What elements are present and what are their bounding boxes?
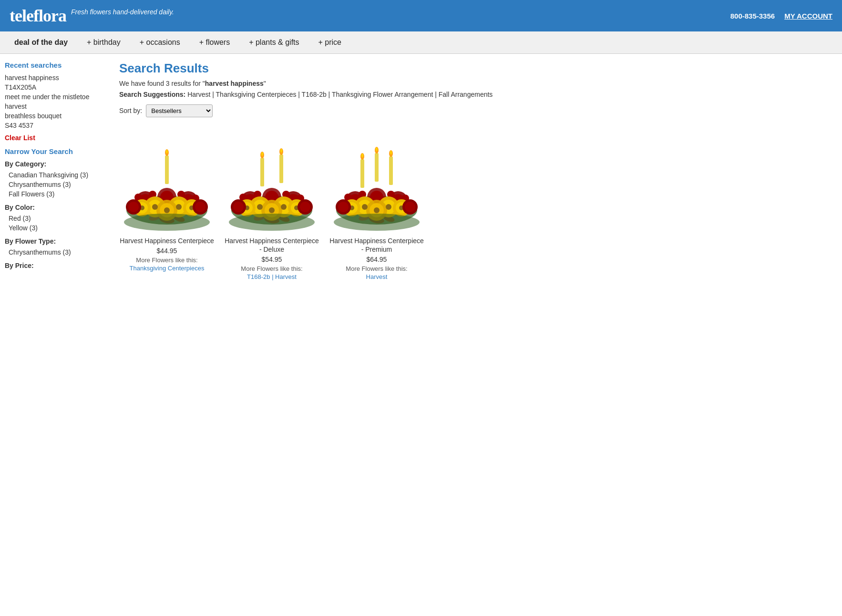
results-query: harvest happiness <box>205 80 264 87</box>
svg-point-48 <box>280 149 282 153</box>
logo-text: teleflora <box>10 6 66 25</box>
results-summary-post: " <box>264 80 266 87</box>
svg-point-45 <box>261 152 263 156</box>
product-more-links[interactable]: More Flowers like this:T168-2b | Harvest <box>224 265 319 281</box>
recent-search-item[interactable]: meet me under the mistletoe <box>5 92 110 102</box>
svg-point-93 <box>376 147 378 151</box>
content-area: Search Results We have found 3 results f… <box>119 61 837 281</box>
svg-point-131 <box>338 202 349 212</box>
recent-items-list: harvest happinessT14X205Ameet me under t… <box>5 73 110 130</box>
svg-point-40 <box>195 202 205 212</box>
nav-item-plants--gifts[interactable]: + plants & gifts <box>239 31 308 53</box>
svg-point-38 <box>128 202 139 212</box>
color-filter-item[interactable]: Yellow (3) <box>5 223 110 233</box>
category-filters: Canadian Thanksgiving (3)Chrysanthemums … <box>5 170 110 199</box>
product-price: $54.95 <box>224 256 319 263</box>
svg-point-127 <box>374 207 380 213</box>
search-suggestions: Search Suggestions: Harvest | Thanksgivi… <box>119 90 837 100</box>
recent-search-item[interactable]: breathless bouquet <box>5 111 110 121</box>
recent-search-item[interactable]: S43 4537 <box>5 121 110 130</box>
svg-point-90 <box>361 154 363 157</box>
logo[interactable]: teleflora <box>10 6 66 26</box>
color-filter-item[interactable]: Red (3) <box>5 214 110 223</box>
more-links[interactable]: T168-2b | Harvest <box>247 273 297 280</box>
svg-rect-1 <box>165 155 169 184</box>
svg-point-134 <box>334 214 420 231</box>
by-category-heading: By Category: <box>5 160 110 168</box>
sort-bar: Sort by: BestsellersPrice: Low to HighPr… <box>119 104 837 117</box>
svg-point-83 <box>233 202 244 212</box>
product-price: $64.95 <box>329 256 424 263</box>
recent-search-item[interactable]: harvest <box>5 102 110 111</box>
phone-number[interactable]: 800-835-3356 <box>730 12 775 20</box>
search-results-title: Search Results <box>119 61 837 76</box>
svg-rect-46 <box>279 154 283 183</box>
clear-list-button[interactable]: Clear List <box>5 134 110 142</box>
product-card[interactable]: Harvest Happiness Centerpiece - Deluxe$5… <box>224 127 319 281</box>
flower-type-filters: Chrysanthemums (3) <box>5 247 110 257</box>
header-left: teleflora Fresh flowers hand-delivered d… <box>10 6 174 26</box>
svg-point-126 <box>386 204 391 210</box>
nav-item-price[interactable]: + price <box>309 31 351 53</box>
main-layout: Recent searches harvest happinessT14X205… <box>0 54 842 288</box>
flower-type-filter-item[interactable]: Chrysanthemums (3) <box>5 247 110 257</box>
svg-point-32 <box>152 204 158 210</box>
recent-searches-heading: Recent searches <box>5 61 110 69</box>
svg-rect-94 <box>389 156 393 185</box>
product-card[interactable]: Harvest Happiness Centerpiece - Premium$… <box>329 127 424 281</box>
logo-tagline: Fresh flowers hand-delivered daily. <box>71 8 174 16</box>
svg-point-3 <box>166 150 168 154</box>
site-header: teleflora Fresh flowers hand-delivered d… <box>0 0 842 31</box>
recent-search-item[interactable]: harvest happiness <box>5 73 110 82</box>
more-links[interactable]: Thanksgiving Centerpieces <box>130 265 205 272</box>
results-summary-pre: We have found 3 results for " <box>119 80 205 87</box>
svg-point-78 <box>281 204 287 210</box>
more-links[interactable]: Harvest <box>366 273 388 280</box>
svg-rect-91 <box>375 153 379 182</box>
product-name: Harvest Happiness Centerpiece <box>119 236 215 245</box>
svg-point-96 <box>390 151 392 154</box>
more-label: More Flowers like this: <box>241 265 302 272</box>
svg-point-34 <box>164 207 170 213</box>
product-name: Harvest Happiness Centerpiece - Deluxe <box>224 236 319 254</box>
products-grid: Harvest Happiness Centerpiece$44.95More … <box>119 127 837 281</box>
product-more-links[interactable]: More Flowers like this:Harvest <box>329 265 424 281</box>
product-image <box>119 127 215 232</box>
svg-rect-88 <box>360 159 364 188</box>
nav-item-flowers[interactable]: + flowers <box>190 31 239 53</box>
by-price-heading: By Price: <box>5 262 110 269</box>
suggestions-label: Search Suggestions: <box>119 91 185 98</box>
svg-point-33 <box>176 204 182 210</box>
nav-bar: deal of the day+ birthday+ occasions+ fl… <box>0 31 842 54</box>
header-right: 800-835-3356 MY ACCOUNT <box>730 12 832 20</box>
nav-item-deal-of-the-day[interactable]: deal of the day <box>5 31 77 53</box>
category-filter-item[interactable]: Chrysanthemums (3) <box>5 180 110 189</box>
sort-label: Sort by: <box>119 107 142 114</box>
product-more-links[interactable]: More Flowers like this:Thanksgiving Cent… <box>119 257 215 273</box>
svg-point-77 <box>257 204 263 210</box>
color-filters: Red (3)Yellow (3) <box>5 214 110 233</box>
svg-point-125 <box>362 204 368 210</box>
nav-item-occasions[interactable]: + occasions <box>130 31 190 53</box>
more-label: More Flowers like this: <box>346 265 407 272</box>
suggestions-text[interactable]: Harvest | Thanksgiving Centerpieces | T1… <box>187 91 493 98</box>
category-filter-item[interactable]: Fall Flowers (3) <box>5 189 110 199</box>
sort-select[interactable]: BestsellersPrice: Low to HighPrice: High… <box>146 104 213 117</box>
more-label: More Flowers like this: <box>136 257 197 264</box>
svg-point-79 <box>269 207 275 213</box>
svg-rect-43 <box>260 158 264 186</box>
product-image <box>224 127 319 232</box>
my-account-link[interactable]: MY ACCOUNT <box>784 12 832 20</box>
recent-search-item[interactable]: T14X205A <box>5 82 110 92</box>
product-card[interactable]: Harvest Happiness Centerpiece$44.95More … <box>119 127 215 281</box>
narrow-search-heading: Narrow Your Search <box>5 147 110 155</box>
by-color-heading: By Color: <box>5 204 110 211</box>
svg-point-86 <box>229 214 315 231</box>
category-filter-item[interactable]: Canadian Thanksgiving (3) <box>5 170 110 180</box>
nav-item-birthday[interactable]: + birthday <box>77 31 130 53</box>
svg-point-133 <box>405 202 415 212</box>
sidebar: Recent searches harvest happinessT14X205… <box>5 61 110 281</box>
svg-point-85 <box>300 202 310 212</box>
product-name: Harvest Happiness Centerpiece - Premium <box>329 236 424 254</box>
by-flower-type-heading: By Flower Type: <box>5 237 110 245</box>
